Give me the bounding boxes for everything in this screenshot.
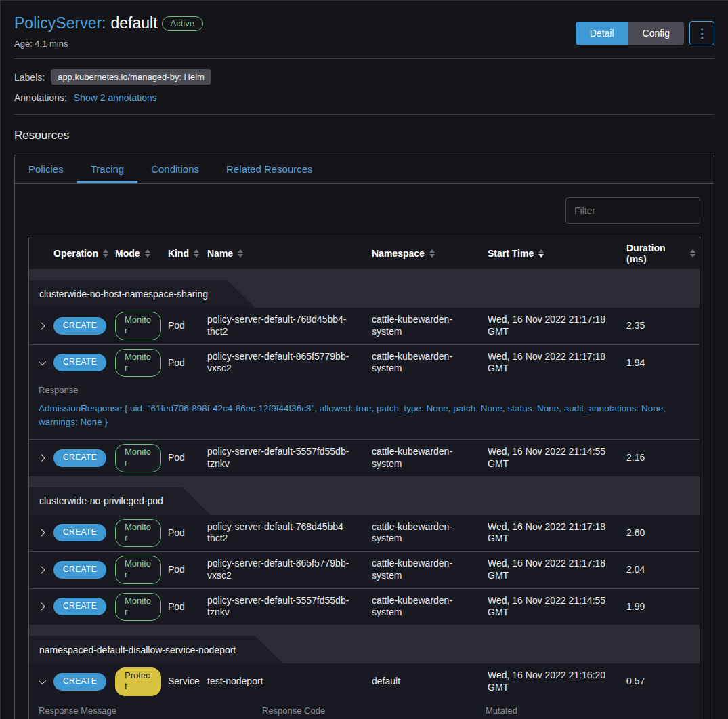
namespace-cell: default: [372, 676, 488, 688]
kind-cell: Pod: [168, 452, 207, 464]
column-header-namespace[interactable]: Namespace: [372, 244, 488, 263]
resource-name: default: [110, 14, 157, 33]
policy-server-page: PolicyServer: default Active Age: 4.1 mi…: [1, 1, 728, 719]
operation-badge: CREATE: [53, 561, 106, 579]
expand-chevron-icon[interactable]: [37, 603, 45, 611]
masthead: PolicyServer: default Active Age: 4.1 mi…: [14, 1, 714, 59]
age-label: Age: 4.1 mins: [14, 39, 203, 49]
start-time-cell: Wed, 16 Nov 2022 21:17:18 GMT: [488, 351, 626, 375]
policy-group-header: clusterwide-no-host-namespace-sharing: [29, 269, 700, 308]
tab-tracing[interactable]: Tracing: [77, 155, 137, 183]
name-cell: policy-server-default-5557fd55db-tznkv: [207, 595, 372, 619]
response-fields: Response MessageService of type NodePort…: [29, 700, 700, 719]
name-cell: policy-server-default-865f5779bb-vxsc2: [207, 558, 372, 581]
expand-column-header: [29, 249, 53, 258]
kind-cell: Pod: [168, 564, 207, 576]
trace-row[interactable]: CREATE Monitor Pod policy-server-default…: [29, 552, 700, 588]
trace-row-block: CREATE Monitor Pod policy-server-default…: [29, 344, 700, 440]
policy-group-tab: clusterwide-no-host-namespace-sharing: [29, 280, 255, 308]
title-wrap: PolicyServer: default Active Age: 4.1 mi…: [14, 14, 203, 49]
column-header-start-time[interactable]: Start Time: [488, 244, 626, 263]
column-header-kind[interactable]: Kind: [168, 244, 207, 263]
mode-badge: Monitor: [115, 444, 161, 472]
response-field-label: Response Message: [39, 705, 262, 716]
kebab-menu-icon[interactable]: ⋮: [689, 21, 714, 45]
policy-group: clusterwide-no-privileged-pod CREATE Mon…: [29, 476, 700, 625]
duration-cell: 2.35: [626, 320, 700, 332]
policy-group-tab: namespaced-default-disallow-service-node…: [29, 636, 283, 663]
sort-icon: [145, 249, 150, 258]
expand-chevron-icon[interactable]: [39, 358, 46, 365]
show-annotations-link[interactable]: Show 2 annotations: [74, 92, 157, 103]
operation-badge: CREATE: [53, 598, 106, 615]
sort-icon: [238, 249, 243, 258]
filter-input[interactable]: [565, 197, 700, 224]
expand-chevron-icon[interactable]: [37, 454, 45, 461]
name-cell: policy-server-default-768d45bb4-thct2: [207, 521, 372, 545]
resources-heading: Resources: [14, 115, 714, 155]
policy-group-title: namespaced-default-disallow-service-node…: [39, 644, 236, 655]
duration-cell: 2.60: [626, 527, 700, 539]
namespace-cell: cattle-kubewarden-system: [372, 446, 488, 470]
column-header-operation[interactable]: Operation: [53, 244, 115, 263]
column-header-duration[interactable]: Duration (ms): [626, 239, 700, 268]
tab-policies[interactable]: Policies: [15, 155, 77, 183]
tab-conditions[interactable]: Conditions: [137, 155, 213, 183]
operation-badge: CREATE: [53, 673, 106, 691]
tab-bar: Policies Tracing Conditions Related Reso…: [15, 155, 714, 184]
response-detail: ResponseAdmissionResponse { uid: "61fed7…: [29, 381, 700, 439]
kind-cell: Pod: [168, 320, 207, 332]
name-cell: test-nodeport: [207, 676, 372, 688]
trace-row[interactable]: CREATE Monitor Pod policy-server-default…: [29, 589, 700, 625]
start-time-cell: Wed, 16 Nov 2022 21:17:18 GMT: [488, 558, 626, 581]
operation-badge: CREATE: [53, 524, 106, 541]
sort-icon: [103, 249, 108, 258]
label-chip: app.kubernetes.io/managed-by: Helm: [51, 69, 211, 85]
duration-cell: 1.94: [626, 357, 700, 369]
resources-tab-panel: Policies Tracing Conditions Related Reso…: [14, 155, 714, 719]
policy-group-header: clusterwide-no-privileged-pod: [29, 476, 700, 515]
mode-badge: Monitor: [115, 312, 161, 340]
tracing-panel: Operation Mode Kind Name: [15, 184, 714, 719]
policy-group-header: namespaced-default-disallow-service-node…: [29, 625, 700, 663]
column-header-name[interactable]: Name: [207, 244, 372, 263]
policy-group-title: clusterwide-no-host-namespace-sharing: [39, 289, 208, 300]
namespace-cell: cattle-kubewarden-system: [372, 558, 488, 581]
column-header-mode[interactable]: Mode: [115, 244, 168, 263]
expand-chevron-icon[interactable]: [37, 566, 45, 573]
header-actions: Detail Config ⋮: [576, 21, 714, 45]
trace-row-block: CREATE Monitor Pod policy-server-default…: [29, 308, 700, 344]
name-cell: policy-server-default-865f5779bb-vxsc2: [207, 351, 372, 375]
trace-row[interactable]: CREATE Monitor Pod policy-server-default…: [29, 515, 700, 552]
policy-group: namespaced-default-disallow-service-node…: [29, 625, 700, 719]
metadata-section: Labels: app.kubernetes.io/managed-by: He…: [14, 59, 714, 115]
name-cell: policy-server-default-5557fd55db-tznkv: [207, 446, 372, 470]
trace-row[interactable]: CREATE Monitor Pod policy-server-default…: [29, 440, 700, 476]
duration-cell: 1.99: [626, 601, 700, 613]
trace-row-block: CREATE Monitor Pod policy-server-default…: [29, 588, 700, 625]
trace-row-block: CREATE Monitor Pod policy-server-default…: [29, 439, 700, 476]
expand-chevron-icon[interactable]: [37, 322, 45, 329]
namespace-cell: cattle-kubewarden-system: [372, 595, 488, 619]
duration-cell: 2.04: [626, 564, 700, 576]
sort-icon: [690, 249, 695, 258]
detail-button[interactable]: Detail: [576, 22, 628, 45]
config-button[interactable]: Config: [628, 22, 684, 45]
trace-row[interactable]: CREATE Monitor Pod policy-server-default…: [29, 308, 700, 344]
start-time-cell: Wed, 16 Nov 2022 21:14:55 GMT: [488, 446, 626, 470]
expand-chevron-icon[interactable]: [37, 529, 45, 537]
start-time-cell: Wed, 16 Nov 2022 21:17:18 GMT: [488, 521, 626, 545]
expand-chevron-icon[interactable]: [39, 677, 46, 684]
kind-cell: Pod: [168, 527, 207, 539]
tab-related-resources[interactable]: Related Resources: [213, 155, 326, 183]
mode-badge: Monitor: [115, 556, 161, 584]
name-cell: policy-server-default-768d45bb4-thct2: [207, 314, 372, 337]
trace-row[interactable]: CREATE Protect Service test-nodeport def…: [29, 663, 700, 700]
mode-badge: Monitor: [115, 349, 161, 377]
tracing-table: Operation Mode Kind Name: [28, 237, 700, 719]
response-field: Response MessageService of type NodePort…: [39, 705, 262, 719]
trace-row[interactable]: CREATE Monitor Pod policy-server-default…: [29, 345, 700, 382]
response-field: Mutatedfalse: [486, 705, 689, 719]
duration-cell: 2.16: [626, 452, 700, 464]
annotations-key: Annotations:: [14, 92, 67, 103]
